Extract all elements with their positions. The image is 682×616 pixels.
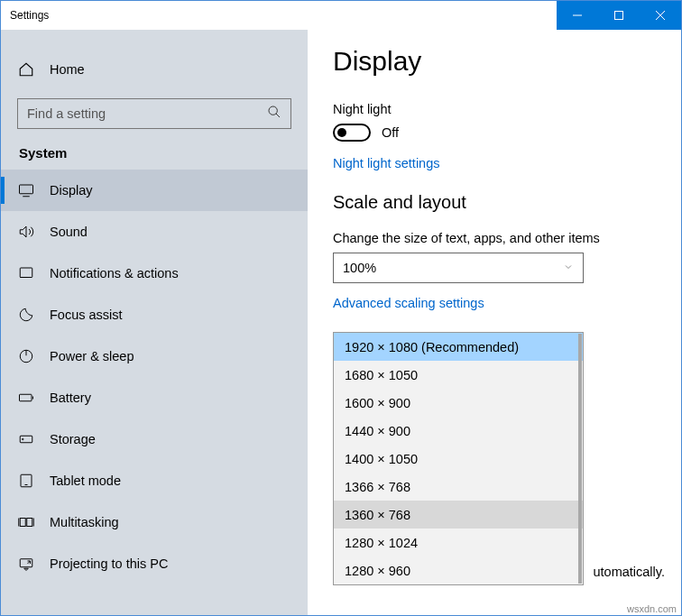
svg-rect-19: [20, 519, 25, 527]
sidebar-item-projecting[interactable]: Projecting to this PC: [1, 543, 308, 584]
focus-icon: [17, 307, 35, 323]
home-icon: [17, 61, 35, 78]
svg-point-4: [269, 106, 277, 115]
battery-icon: [17, 390, 35, 406]
sidebar-item-label: Display: [50, 183, 93, 198]
svg-marker-24: [24, 568, 29, 570]
resolution-option[interactable]: 1366 × 768: [334, 473, 583, 501]
sidebar: Home System DisplaySoundNotifications & …: [1, 30, 308, 615]
storage-icon: [17, 431, 35, 447]
sidebar-item-label: Tablet mode: [50, 473, 121, 488]
sidebar-item-notifications[interactable]: Notifications & actions: [1, 253, 308, 294]
notifications-icon: [17, 265, 35, 281]
resolution-option[interactable]: 1440 × 900: [334, 417, 583, 445]
maximize-button[interactable]: [598, 1, 640, 30]
resolution-option[interactable]: 1920 × 1080 (Recommended): [334, 333, 583, 361]
section-title: System: [1, 145, 308, 161]
sound-icon: [17, 224, 35, 240]
sidebar-item-label: Focus assist: [50, 308, 123, 322]
sidebar-item-power[interactable]: Power & sleep: [1, 336, 308, 377]
scale-dropdown[interactable]: 100%: [333, 253, 584, 283]
sidebar-item-label: Battery: [50, 391, 91, 405]
minimize-button[interactable]: [557, 1, 598, 30]
sidebar-item-focus[interactable]: Focus assist: [1, 294, 308, 336]
window-title: Settings: [1, 9, 557, 22]
titlebar: Settings: [1, 1, 681, 30]
chevron-down-icon: [563, 261, 574, 275]
night-light-state: Off: [382, 125, 399, 140]
multitasking-icon: [17, 514, 35, 530]
sidebar-item-label: Storage: [50, 432, 96, 446]
resolution-option[interactable]: 1280 × 1024: [334, 529, 583, 556]
svg-point-16: [23, 438, 24, 440]
sidebar-item-storage[interactable]: Storage: [1, 418, 308, 460]
scale-caption: Change the size of text, apps, and other…: [333, 231, 681, 245]
resolution-option[interactable]: 1360 × 768: [334, 501, 583, 529]
scrollbar[interactable]: [578, 334, 582, 584]
power-icon: [17, 348, 35, 364]
sidebar-item-label: Notifications & actions: [50, 266, 179, 280]
sidebar-item-multitasking[interactable]: Multitasking: [1, 501, 308, 543]
page-heading: Display: [333, 46, 681, 77]
search-field[interactable]: [27, 106, 267, 121]
attribution: wsxdn.com: [627, 603, 677, 614]
sidebar-item-tablet[interactable]: Tablet mode: [1, 460, 308, 501]
sidebar-item-label: Projecting to this PC: [50, 556, 168, 571]
resolution-option[interactable]: 1600 × 900: [334, 389, 583, 417]
svg-rect-6: [20, 185, 33, 194]
svg-marker-8: [20, 226, 26, 237]
partial-text: utomatically.: [593, 565, 665, 579]
svg-rect-9: [20, 268, 32, 278]
sidebar-item-label: Power & sleep: [50, 349, 134, 363]
search-icon: [267, 105, 281, 123]
scale-heading: Scale and layout: [333, 192, 681, 213]
night-light-toggle[interactable]: [333, 124, 371, 142]
tablet-icon: [17, 473, 35, 489]
resolution-option[interactable]: 1400 × 1050: [334, 445, 583, 473]
search-input[interactable]: [17, 98, 291, 129]
resolution-option[interactable]: 1280 × 960: [334, 556, 583, 584]
content: Display Night light Off Night light sett…: [308, 30, 681, 615]
resolution-option[interactable]: 1680 × 1050: [334, 361, 583, 389]
home-button[interactable]: Home: [1, 51, 308, 87]
close-button[interactable]: [640, 1, 681, 30]
display-icon: [17, 182, 35, 198]
sidebar-item-label: Sound: [50, 225, 88, 239]
home-label: Home: [50, 62, 85, 77]
sidebar-item-battery[interactable]: Battery: [1, 377, 308, 418]
sidebar-item-display[interactable]: Display: [1, 170, 308, 211]
sidebar-item-label: Multitasking: [50, 515, 119, 529]
projecting-icon: [17, 556, 35, 572]
scale-value: 100%: [343, 261, 376, 275]
night-light-settings-link[interactable]: Night light settings: [333, 156, 681, 170]
svg-rect-1: [615, 12, 623, 20]
sidebar-item-sound[interactable]: Sound: [1, 211, 308, 253]
night-light-label: Night light: [333, 102, 681, 116]
advanced-scaling-link[interactable]: Advanced scaling settings: [333, 296, 681, 310]
svg-rect-13: [20, 394, 32, 401]
svg-rect-20: [27, 519, 32, 527]
resolution-dropdown-list[interactable]: 1920 × 1080 (Recommended)1680 × 10501600…: [333, 332, 584, 585]
svg-line-5: [276, 114, 280, 117]
